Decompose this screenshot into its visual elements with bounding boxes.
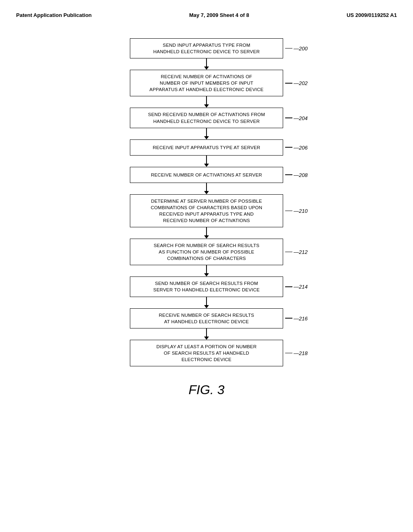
arrow-line-3 [206, 156, 207, 164]
arrow-head-2 [204, 136, 209, 139]
arrow-line-8 [206, 328, 207, 337]
step-210-label: —210 [294, 208, 308, 214]
arrow-line-0 [206, 58, 207, 66]
arrow-8 [204, 328, 209, 340]
arrow-line-5 [206, 227, 207, 235]
arrow-head-3 [204, 164, 209, 167]
step-216: RECEIVE NUMBER OF SEARCH RESULTS AT HAND… [40, 308, 373, 328]
step-212-box: SEARCH FOR NUMBER OF SEARCH RESULTS AS F… [130, 239, 283, 265]
step-204-box: SEND RECEIVED NUMBER OF ACTIVATIONS FROM… [130, 108, 283, 128]
step-200: SEND INPUT APPARATUS TYPE FROM HANDHELD … [40, 38, 373, 58]
step-212: SEARCH FOR NUMBER OF SEARCH RESULTS AS F… [40, 239, 373, 265]
step-218-box: DISPLAY AT LEAST A PORTION OF NUMBER OF … [130, 340, 283, 366]
header-publication: Patent Application Publication [16, 12, 92, 18]
arrow-1 [204, 96, 209, 108]
step-200-label: —200 [294, 46, 308, 52]
step-210-box: DETERMINE AT SERVER NUMBER OF POSSIBLE C… [130, 194, 283, 227]
arrow-line-2 [206, 128, 207, 136]
step-218-label: —218 [294, 350, 308, 356]
arrow-2 [204, 128, 209, 139]
arrow-head-5 [204, 235, 209, 239]
step-206-label: —206 [294, 144, 308, 150]
flowchart: SEND INPUT APPARATUS TYPE FROM HANDHELD … [16, 38, 397, 366]
step-216-box: RECEIVE NUMBER OF SEARCH RESULTS AT HAND… [130, 308, 283, 328]
step-214-label: —214 [294, 284, 308, 290]
step-208-label: —208 [294, 172, 308, 178]
arrow-0 [204, 58, 209, 70]
step-202: RECEIVE NUMBER OF ACTIVATIONS OF NUMBER … [40, 70, 373, 96]
header-patent-number: US 2009/0119252 A1 [346, 12, 397, 18]
step-214: SEND NUMBER OF SEARCH RESULTS FROM SERVE… [40, 276, 373, 297]
step-204-label: —204 [294, 115, 308, 121]
arrow-6 [204, 265, 209, 276]
step-202-box: RECEIVE NUMBER OF ACTIVATIONS OF NUMBER … [130, 70, 283, 96]
arrow-7 [204, 297, 209, 308]
arrow-head-0 [204, 66, 209, 70]
step-214-box: SEND NUMBER OF SEARCH RESULTS FROM SERVE… [130, 276, 283, 297]
arrow-head-4 [204, 191, 209, 194]
arrow-5 [204, 227, 209, 239]
arrow-3 [204, 156, 209, 167]
arrow-line-6 [206, 265, 207, 273]
arrow-head-8 [204, 337, 209, 340]
step-218: DISPLAY AT LEAST A PORTION OF NUMBER OF … [40, 340, 373, 366]
step-216-label: —216 [294, 315, 308, 321]
arrow-4 [204, 183, 209, 194]
step-202-label: —202 [294, 80, 308, 86]
arrow-head-1 [204, 104, 209, 108]
step-206-box: RECEIVE INPUT APPARATUS TYPE AT SERVER [130, 139, 283, 156]
patent-page: Patent Application Publication May 7, 20… [0, 0, 413, 532]
header-date-sheet: May 7, 2009 Sheet 4 of 8 [189, 12, 249, 18]
step-208-box: RECEIVE NUMBER OF ACTIVATIONS AT SERVER [130, 167, 283, 183]
step-200-box: SEND INPUT APPARATUS TYPE FROM HANDHELD … [130, 38, 283, 58]
arrow-head-6 [204, 273, 209, 276]
step-206: RECEIVE INPUT APPARATUS TYPE AT SERVER—2… [40, 139, 373, 156]
arrow-line-1 [206, 96, 207, 104]
step-204: SEND RECEIVED NUMBER OF ACTIVATIONS FROM… [40, 108, 373, 128]
figure-label: FIG. 3 [16, 382, 397, 397]
arrow-head-7 [204, 305, 209, 308]
step-208: RECEIVE NUMBER OF ACTIVATIONS AT SERVER—… [40, 167, 373, 183]
step-212-label: —212 [294, 249, 308, 255]
step-210: DETERMINE AT SERVER NUMBER OF POSSIBLE C… [40, 194, 373, 227]
page-header: Patent Application Publication May 7, 20… [16, 8, 397, 26]
arrow-line-4 [206, 183, 207, 191]
arrow-line-7 [206, 297, 207, 305]
